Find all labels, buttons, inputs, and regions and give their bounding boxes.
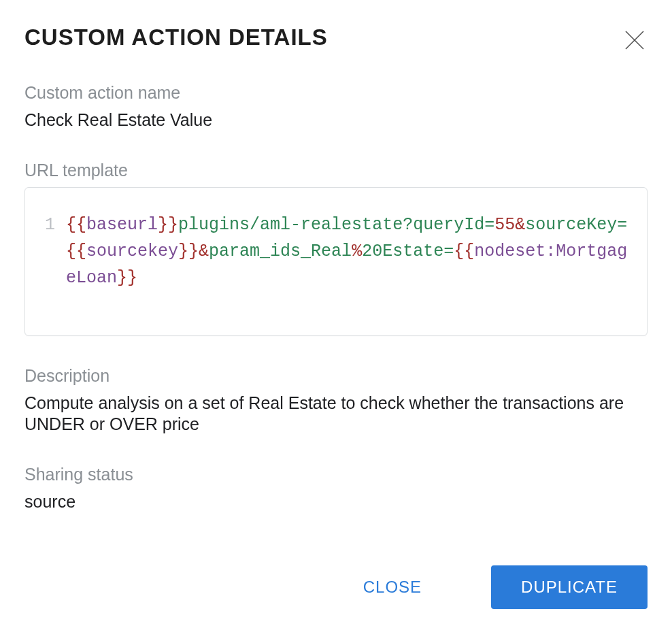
sharing-status-value: source xyxy=(24,491,648,512)
code-token: param_ids_Real xyxy=(209,242,352,261)
code-token: }} xyxy=(158,215,178,235)
code-token: {{ xyxy=(454,242,474,261)
code-token: baseurl xyxy=(86,215,158,235)
url-template-editor[interactable]: 1 {{baseurl}}plugins/aml-realestate?quer… xyxy=(24,187,648,335)
line-number: 1 xyxy=(44,212,55,239)
code-token: }} xyxy=(117,268,137,288)
dialog-title: CUSTOM ACTION DETAILS xyxy=(24,24,328,50)
code-token: = xyxy=(617,215,627,235)
code-token: = xyxy=(443,242,454,261)
field-url-template: URL template 1 {{baseurl}}plugins/aml-re… xyxy=(24,161,648,335)
code-token: }} xyxy=(178,242,199,261)
code-gutter: 1 xyxy=(44,212,66,291)
name-value: Check Real Estate Value xyxy=(24,110,648,131)
name-label: Custom action name xyxy=(24,83,648,103)
custom-action-dialog: CUSTOM ACTION DETAILS Custom action name… xyxy=(0,0,672,628)
field-custom-action-name: Custom action name Check Real Estate Val… xyxy=(24,83,648,131)
url-template-label: URL template xyxy=(24,161,648,180)
code-token: realestate? xyxy=(301,215,413,235)
code-token: 55 xyxy=(494,215,515,235)
duplicate-button[interactable]: DUPLICATE xyxy=(491,565,648,609)
code-token: % xyxy=(352,242,362,261)
code-token: & xyxy=(199,242,209,261)
code-token: queryId xyxy=(413,215,484,235)
close-icon[interactable] xyxy=(622,27,648,53)
code-token: sourceKey xyxy=(525,215,617,235)
code-token: {{ xyxy=(66,242,86,261)
dialog-footer: CLOSE DUPLICATE xyxy=(24,565,648,609)
sharing-status-label: Sharing status xyxy=(24,465,648,484)
code-token: 20Estate xyxy=(362,242,443,261)
code-token: {{ xyxy=(66,215,86,235)
close-button[interactable]: CLOSE xyxy=(333,565,452,609)
code-token: - xyxy=(290,215,301,235)
description-label: Description xyxy=(24,366,648,386)
code-token: & xyxy=(515,215,525,235)
code-token: sourcekey xyxy=(86,242,178,261)
dialog-header: CUSTOM ACTION DETAILS xyxy=(24,24,648,53)
code-token: = xyxy=(484,215,494,235)
field-description: Description Compute analysis on a set of… xyxy=(24,366,648,435)
code-token: plugins/aml xyxy=(178,215,290,235)
field-sharing-status: Sharing status source xyxy=(24,465,648,512)
description-value: Compute analysis on a set of Real Estate… xyxy=(24,393,648,435)
code-content: {{baseurl}}plugins/aml-realestate?queryI… xyxy=(66,212,628,291)
